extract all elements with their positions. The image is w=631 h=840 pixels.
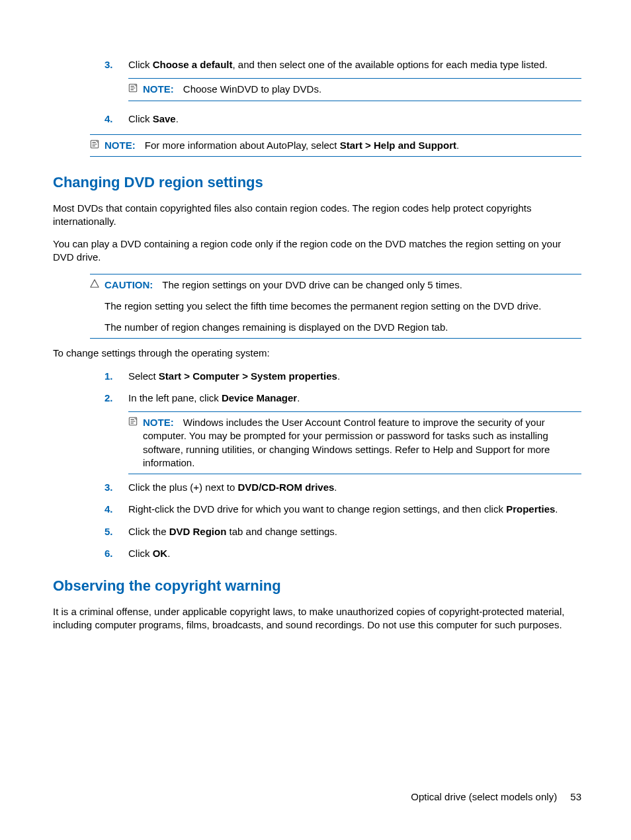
text-run: Click [128, 548, 153, 559]
text-bold: Save [153, 113, 176, 124]
note-body: NOTE: Windows includes the User Account … [143, 416, 581, 470]
text-run: For more information about AutoPlay, sel… [145, 140, 340, 151]
list-number: 4. [105, 503, 128, 516]
text-run: . [176, 113, 179, 124]
list-number: 4. [105, 112, 128, 126]
list-number: 5. [105, 525, 128, 538]
list-number: 3. [105, 58, 128, 104]
text-bold: Properties [506, 503, 555, 515]
list-item: 3. Click the plus (+) next to DVD/CD-ROM… [105, 481, 581, 494]
list-text: In the left pane, click Device Manager. … [128, 392, 581, 477]
list-item: 2. In the left pane, click Device Manage… [105, 392, 581, 477]
text-bold: Start > Help and Support [340, 140, 456, 151]
note-body: NOTE: For more information about AutoPla… [105, 139, 581, 152]
text-bold: DVD Region [169, 526, 227, 537]
text-run: tab and change settings. [226, 526, 337, 537]
text-run: . [555, 503, 558, 515]
note-label: NOTE: [105, 140, 142, 151]
list-item: 1. Select Start > Computer > System prop… [105, 370, 581, 383]
text-run: . [297, 392, 300, 403]
list-item: 6. Click OK. [105, 547, 581, 560]
text-run: In the left pane, click [128, 392, 222, 403]
caution-body: CAUTION: The region settings on your DVD… [105, 278, 581, 292]
text-bold: DVD/CD-ROM drives [237, 482, 334, 493]
footer-text: Optical drive (select models only) [411, 791, 557, 802]
note-body: NOTE: Choose WinDVD to play DVDs. [143, 83, 581, 96]
ordered-list: 1. Select Start > Computer > System prop… [105, 370, 581, 561]
page-number: 53 [570, 791, 581, 802]
caution-paragraph: The number of region changes remaining i… [90, 321, 581, 334]
text-bold: OK [153, 548, 168, 559]
list-text: Click the DVD Region tab and change sett… [128, 525, 581, 538]
note-label: NOTE: [143, 417, 181, 428]
text-run: Click [128, 113, 153, 124]
list-text: Right-click the DVD drive for which you … [128, 503, 581, 516]
caution-icon [90, 278, 105, 292]
heading-copyright-warning: Observing the copyright warning [53, 576, 581, 596]
list-text: Click OK. [128, 547, 581, 560]
list-item: 5. Click the DVD Region tab and change s… [105, 525, 581, 538]
list-text: Click the plus (+) next to DVD/CD-ROM dr… [128, 481, 581, 494]
note-block: NOTE: Windows includes the User Account … [128, 411, 581, 474]
list-item: 3. Click Choose a default, and then sele… [105, 58, 581, 104]
note-icon [90, 139, 105, 152]
text-run: Click [128, 59, 153, 70]
caution-row: CAUTION: The region settings on your DVD… [90, 278, 581, 292]
text-run: The region settings on your DVD drive ca… [162, 279, 462, 290]
document-page: 3. Click Choose a default, and then sele… [0, 0, 631, 632]
text-bold: Device Manager [222, 392, 297, 403]
note-icon [128, 416, 143, 470]
note-block: NOTE: For more information about AutoPla… [90, 134, 581, 157]
note-block: NOTE: Choose WinDVD to play DVDs. [128, 78, 581, 101]
list-text: Click Choose a default, and then select … [128, 58, 581, 104]
paragraph: To change settings through the operating… [53, 347, 581, 360]
note-icon [128, 83, 143, 96]
page-footer: Optical drive (select models only) 53 [411, 790, 581, 804]
text-run: , and then select one of the available o… [233, 59, 548, 70]
text-bold: Choose a default [153, 59, 233, 70]
list-item: 4. Click Save. [105, 112, 581, 126]
text-run: . [337, 370, 340, 382]
heading-changing-dvd-region: Changing DVD region settings [53, 173, 581, 192]
text-run: Click the plus (+) next to [128, 482, 237, 493]
note-label: NOTE: [143, 83, 181, 95]
note-text: Windows includes the User Account Contro… [143, 417, 550, 468]
paragraph: It is a criminal offense, under applicab… [53, 605, 581, 632]
text-run: Select [128, 370, 159, 382]
caution-paragraph: The region setting you select the fifth … [90, 300, 581, 313]
text-run: . [456, 140, 459, 151]
paragraph: Most DVDs that contain copyrighted files… [53, 202, 581, 229]
list-number: 1. [105, 370, 128, 383]
ordered-list-continued: 3. Click Choose a default, and then sele… [105, 58, 581, 126]
text-run: Right-click the DVD drive for which you … [128, 503, 506, 515]
text-bold: Start > Computer > System properties [159, 370, 337, 382]
list-number: 6. [105, 547, 128, 560]
caution-block: CAUTION: The region settings on your DVD… [90, 274, 581, 339]
list-item: 4. Right-click the DVD drive for which y… [105, 503, 581, 516]
note-text: Choose WinDVD to play DVDs. [183, 83, 321, 95]
text-run: . [334, 482, 337, 493]
paragraph: You can play a DVD containing a region c… [53, 237, 581, 265]
text-run: Click the [128, 526, 169, 537]
text-run: . [167, 548, 170, 559]
caution-label: CAUTION: [105, 279, 159, 290]
list-text: Select Start > Computer > System propert… [128, 370, 581, 383]
list-text: Click Save. [128, 112, 581, 126]
list-number: 2. [105, 392, 128, 477]
list-number: 3. [105, 481, 128, 494]
